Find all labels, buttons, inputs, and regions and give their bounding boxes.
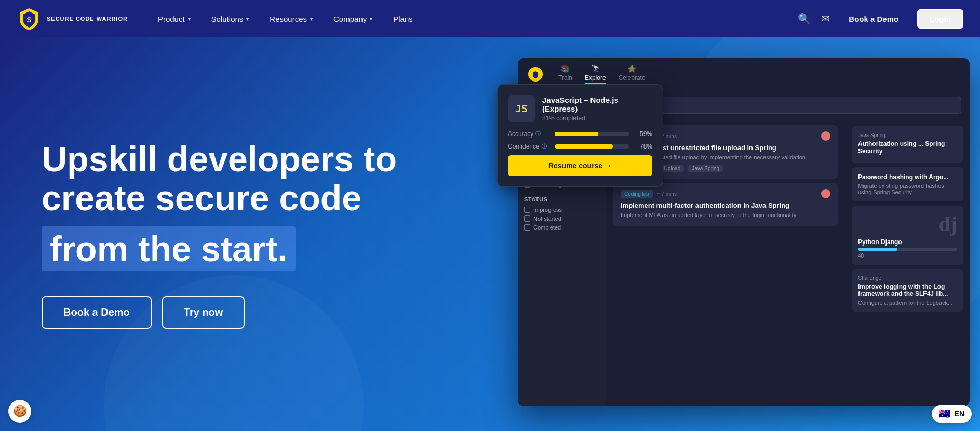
- cookie-icon: 🍪: [13, 405, 27, 418]
- confidence-value: 78%: [634, 143, 652, 150]
- logo-text: SECURE CODE WARRIOR: [47, 15, 128, 22]
- django-progress-label: 40: [858, 253, 957, 259]
- django-logo-text: dj: [858, 212, 957, 236]
- book-demo-button[interactable]: Book a Demo: [42, 296, 152, 329]
- right-card-java-meta: Java Spring: [858, 132, 957, 138]
- nav-right: 🔍 ✉ Book a Demo Login: [798, 9, 963, 29]
- hero-section: Upskill developers to create secure code…: [0, 37, 980, 431]
- js-language-icon: JS: [508, 95, 535, 122]
- confidence-bar-fill: [555, 144, 613, 149]
- django-progress-bar-fill: [858, 248, 897, 251]
- nav-item-product[interactable]: Product ▾: [149, 10, 200, 28]
- nav-item-company[interactable]: Company ▾: [324, 10, 382, 28]
- app-mockup: 📚 Train 🔭 Explore ⭐ Celebrate 🔍 I w: [513, 58, 980, 416]
- right-card-django-title: Python Django: [858, 238, 957, 246]
- nav-item-solutions[interactable]: Solutions ▾: [202, 10, 259, 28]
- cookie-notice-button[interactable]: 🍪: [8, 400, 31, 423]
- right-card-password-desc: Migrate existing password hashes using S…: [858, 183, 957, 195]
- hero-buttons: Book a Demo Try now: [42, 296, 397, 329]
- try-now-button[interactable]: Try now: [162, 296, 245, 329]
- mail-icon[interactable]: ✉: [821, 12, 830, 25]
- right-card-password[interactable]: Password hashing with Argo... Migrate ex…: [852, 167, 963, 201]
- confidence-label: Confidence ⓘ: [508, 143, 549, 150]
- nav-links: Product ▾ Solutions ▾ Resources ▾ Compan…: [149, 10, 798, 28]
- train-icon: 📚: [561, 64, 570, 73]
- card-2-title: Implement multi-factor authentication in…: [621, 201, 830, 209]
- resources-chevron-icon: ▾: [310, 16, 313, 22]
- accuracy-metric-row: Accuracy ⓘ 59%: [508, 130, 652, 138]
- accuracy-bar-wrap: [555, 132, 629, 136]
- app-nav-celebrate[interactable]: ⭐ Celebrate: [619, 64, 646, 84]
- app-logo-icon: [528, 67, 543, 82]
- filter-completed[interactable]: Completed: [524, 224, 599, 231]
- navbar: S SECURE CODE WARRIOR Product ▾ Solution…: [0, 0, 980, 37]
- card-2-avatar: [821, 189, 830, 198]
- accuracy-label: Accuracy ⓘ: [508, 130, 549, 138]
- app-nav-train[interactable]: 📚 Train: [558, 64, 572, 84]
- app-right-column: Java Spring Authorization using ... Spri…: [845, 120, 970, 406]
- right-card-java-spring[interactable]: Java Spring Authorization using ... Spri…: [852, 126, 963, 163]
- app-nav-explore[interactable]: 🔭 Explore: [585, 64, 606, 84]
- language-selector[interactable]: 🇦🇺 EN: [932, 405, 972, 423]
- logo-shield-icon: S: [17, 6, 42, 31]
- explore-icon: 🔭: [591, 64, 600, 73]
- js-popup-info: JavaScript – Node.js (Express) 81% compl…: [542, 96, 652, 122]
- confidence-info-icon: ⓘ: [542, 143, 547, 150]
- solutions-chevron-icon: ▾: [246, 16, 249, 22]
- app-nav-items: 📚 Train 🔭 Explore ⭐ Celebrate: [558, 64, 646, 84]
- card-2-tag: Coding lab: [621, 190, 653, 198]
- right-card-logging-meta: Challenge: [858, 275, 957, 281]
- celebrate-icon: ⭐: [627, 64, 636, 73]
- company-chevron-icon: ▾: [370, 16, 372, 22]
- filter-completed-checkbox[interactable]: [524, 224, 530, 231]
- confidence-metric-row: Confidence ⓘ 78%: [508, 143, 652, 150]
- accuracy-info-icon: ⓘ: [535, 130, 541, 138]
- right-card-django[interactable]: dj Python Django 40: [852, 206, 963, 265]
- js-course-popup: JS JavaScript – Node.js (Express) 81% co…: [497, 84, 663, 187]
- product-chevron-icon: ▾: [188, 16, 191, 22]
- hero-highlight-text: from the start.: [42, 226, 296, 271]
- card-1-avatar: [821, 131, 830, 141]
- filter-status-section: Status In progress Not started Completed: [524, 196, 599, 231]
- right-card-logging[interactable]: Challenge Improve logging with the Log f…: [852, 269, 963, 312]
- resume-course-button[interactable]: Resume course →: [508, 155, 652, 176]
- filter-not-started[interactable]: Not started: [524, 216, 599, 222]
- filter-in-progress[interactable]: In progress: [524, 207, 599, 213]
- login-button[interactable]: Login: [917, 9, 963, 29]
- filter-in-progress-checkbox[interactable]: [524, 207, 530, 213]
- card-2-time: ~ 7 mins: [657, 191, 677, 197]
- right-card-password-title: Password hashing with Argo...: [858, 173, 957, 181]
- right-card-logging-title: Improve logging with the Log framework a…: [858, 283, 957, 298]
- confidence-bar-wrap: [555, 144, 629, 149]
- django-progress-bar-wrap: [858, 248, 957, 251]
- hero-title: Upskill developers to create secure code: [42, 140, 397, 218]
- filter-not-started-checkbox[interactable]: [524, 216, 530, 222]
- card-1-badge-1: Java Spring: [688, 165, 723, 172]
- accuracy-bar-fill: [555, 132, 598, 136]
- logo[interactable]: S SECURE CODE WARRIOR: [17, 6, 128, 31]
- right-card-java-title: Authorization using ... Spring Security: [858, 140, 957, 155]
- flag-icon: 🇦🇺: [939, 408, 950, 420]
- language-label: EN: [955, 410, 964, 418]
- card-2[interactable]: Coding lab ~ 7 mins Implement multi-fact…: [613, 183, 838, 225]
- card-2-desc: Implement MFA as an added layer of secur…: [621, 211, 830, 219]
- svg-text:S: S: [26, 16, 31, 24]
- nav-item-plans[interactable]: Plans: [384, 10, 422, 28]
- right-card-logging-desc: Configure a pattern for the Logback...: [858, 300, 957, 306]
- js-popup-header: JS JavaScript – Node.js (Express) 81% co…: [508, 95, 652, 122]
- nav-book-demo-button[interactable]: Book a Demo: [840, 10, 907, 28]
- accuracy-value: 59%: [634, 130, 652, 138]
- search-icon[interactable]: 🔍: [798, 12, 811, 25]
- nav-item-resources[interactable]: Resources ▾: [260, 10, 322, 28]
- card-2-meta: Coding lab ~ 7 mins: [621, 189, 830, 198]
- hero-content: Upskill developers to create secure code…: [42, 140, 397, 329]
